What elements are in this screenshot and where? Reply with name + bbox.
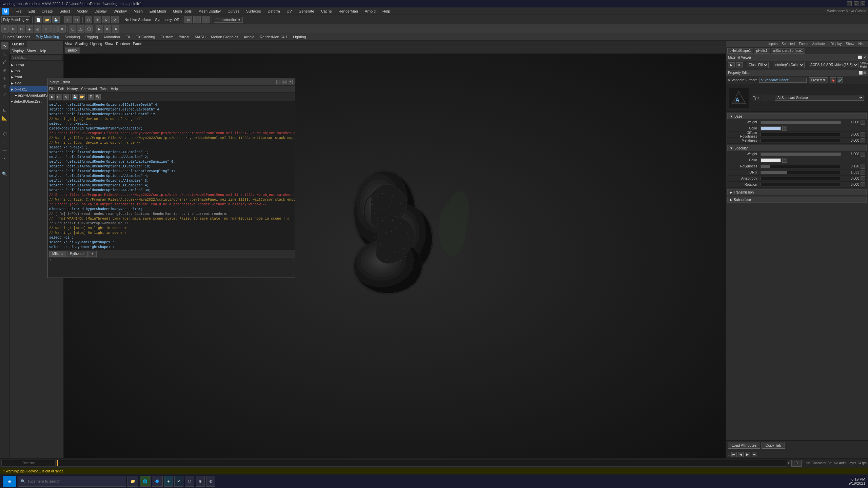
outliner-item-persp[interactable]: ▶ persp [9, 62, 63, 68]
se-echo-btn[interactable]: E [88, 94, 94, 100]
mv-ipr-btn[interactable]: ⊳ [736, 62, 743, 67]
render-stop-btn[interactable]: ■ [112, 25, 119, 33]
script-input-textarea[interactable] [49, 262, 287, 279]
save-btn[interactable]: 💾 [52, 16, 60, 23]
open-btn[interactable]: 📂 [43, 16, 51, 23]
vertex-icon[interactable]: · [1, 138, 8, 146]
taskbar-file-explorer[interactable]: 📁 [127, 476, 138, 487]
menu-generate[interactable]: Generate [297, 8, 316, 14]
se-menu-file[interactable]: File [49, 87, 55, 91]
tab-python[interactable]: Python ✕ [67, 251, 88, 257]
maximize-btn[interactable]: □ [854, 1, 859, 6]
tab-curves-surfaces[interactable]: Curves/Surfaces [1, 35, 32, 39]
se-menu-history[interactable]: History [67, 87, 78, 91]
search-input[interactable] [27, 479, 123, 483]
node-tab-phelix1[interactable]: pHelix1 [754, 48, 770, 54]
se-menu-help[interactable]: Help [111, 87, 118, 91]
channel-attributes-tab[interactable]: Attributes [811, 42, 828, 46]
mv-mode-select[interactable]: Glass Fill [747, 62, 769, 68]
mode-dropdown[interactable]: Poly Modeling [1, 16, 30, 23]
taskbar-code[interactable]: ◈ [164, 476, 173, 487]
menu-mesh-tools[interactable]: Mesh Tools [172, 8, 193, 14]
se-wrap-btn[interactable]: W [95, 94, 101, 100]
transform-icon[interactable]: ✛ [1, 75, 8, 82]
channel-display-tab[interactable]: Display [829, 42, 843, 46]
se-menu-tabs[interactable]: Tabs [100, 87, 107, 91]
diffuse-roughness-menu[interactable]: ⋮ [861, 132, 865, 137]
face-icon[interactable]: ▪ [1, 155, 8, 162]
menu-file[interactable]: File [14, 8, 23, 14]
script-input-area[interactable]: 1 [48, 257, 295, 278]
outliner-help-menu[interactable]: Help [39, 49, 46, 53]
pe-node-name-input[interactable] [759, 78, 807, 83]
timeline-track[interactable] [57, 460, 787, 467]
snap-curve-btn[interactable]: ⌒ [193, 16, 201, 23]
outliner-display-menu[interactable]: Display [12, 49, 24, 53]
search-box[interactable]: 🔍 [18, 476, 126, 487]
pe-minimize-icon[interactable]: ⬜ [859, 71, 863, 75]
tab-fx-caching[interactable]: FX Caching [134, 35, 156, 39]
se-run-btn[interactable]: ▶ [49, 94, 55, 100]
python-tab-close[interactable]: ✕ [82, 252, 85, 256]
futurmotion-btn[interactable]: futuremotion ▾ [214, 17, 242, 23]
tab-poly-modeling[interactable]: Poly Modeling [34, 35, 60, 39]
ipr-btn[interactable]: ⊳ [104, 25, 111, 33]
pe-expand-icon[interactable]: ⊞ [863, 71, 866, 75]
menu-select[interactable]: Select [58, 8, 72, 14]
taskbar-maya[interactable]: M [174, 476, 183, 487]
menu-renderman[interactable]: RenderMan [337, 8, 359, 14]
se-open-script[interactable]: 📂 [79, 94, 85, 100]
base-color-swatch[interactable] [761, 126, 781, 130]
scale-icon[interactable]: ⤢ [1, 91, 8, 98]
menu-curves[interactable]: Curves [226, 8, 241, 14]
tool9[interactable]: ▢ [69, 25, 76, 33]
menu-help[interactable]: Help [381, 8, 392, 14]
menu-arnold[interactable]: Arnold [363, 8, 377, 14]
tab-sculpting[interactable]: Sculpting [63, 35, 81, 39]
roughness-menu[interactable]: ⋮ [861, 164, 865, 169]
se-run-all-btn[interactable]: ⏭ [56, 94, 62, 100]
mv-mode-btn[interactable]: ▶ [728, 62, 735, 67]
subsurface-section-header[interactable]: ▶ Subsurface [727, 197, 867, 203]
outliner-show-menu[interactable]: Show [26, 49, 36, 53]
diffuse-roughness-slider[interactable] [761, 133, 841, 136]
script-editor-window[interactable]: Script Editor ─ □ ✕ File Edit History Co… [47, 78, 295, 278]
vp-tab-persp[interactable]: persp [65, 47, 80, 54]
tab-animation[interactable]: Animation [102, 35, 121, 39]
vp-menu-show[interactable]: Show [105, 42, 113, 46]
menu-cache[interactable]: Cache [320, 8, 333, 14]
taskbar-app1[interactable]: ⬡ [185, 476, 194, 487]
outliner-tab-outliner[interactable]: Outliner [9, 41, 27, 47]
anisotropy-menu[interactable]: ⋮ [861, 176, 865, 181]
tool1[interactable]: ⊕ [1, 25, 9, 33]
minimize-btn[interactable]: ─ [847, 1, 852, 6]
metalness-menu[interactable]: ⋮ [861, 138, 865, 143]
vp-menu-shading[interactable]: Shading [75, 42, 88, 46]
type-select[interactable]: Ai Standard Surface [775, 95, 864, 101]
mv-color-select[interactable]: Interior(C) Color [773, 62, 805, 68]
select-tool-icon[interactable]: ↖ [1, 42, 8, 49]
tab-rigging[interactable]: Rigging [84, 35, 99, 39]
base-weight-menu[interactable]: ⋮ [861, 120, 865, 125]
tab-fx[interactable]: FX [124, 35, 132, 39]
render-btn[interactable]: ▶ [96, 25, 103, 33]
mv-expand-icon[interactable]: ⬜ [858, 56, 862, 59]
se-menu-edit[interactable]: Edit [58, 87, 64, 91]
menu-mesh[interactable]: Mesh [132, 8, 144, 14]
rotation-slider[interactable] [761, 183, 841, 186]
tab-lighting[interactable]: Lighting [292, 35, 308, 39]
ior-slider[interactable] [761, 171, 841, 174]
base-weight-slider[interactable] [761, 121, 841, 124]
menu-window[interactable]: Window [112, 8, 128, 14]
next-btn[interactable]: ▶ [745, 452, 750, 457]
tab-renderman[interactable]: RenderMan 24.1 [258, 35, 289, 39]
channel-hide-tab[interactable]: Hide [857, 42, 867, 46]
se-minimize-btn[interactable]: ─ [276, 80, 281, 84]
channel-selected-tab[interactable]: Selected [780, 42, 796, 46]
pe-presets-btn[interactable]: Presets▼ [809, 77, 828, 83]
menu-deform[interactable]: Deform [266, 8, 281, 14]
search-icon[interactable]: 🔍 [1, 170, 8, 178]
snap-icon[interactable]: ⊡ [1, 106, 8, 114]
select-btn[interactable]: ⬡ [85, 16, 92, 23]
move-btn[interactable]: ✛ [94, 16, 101, 23]
